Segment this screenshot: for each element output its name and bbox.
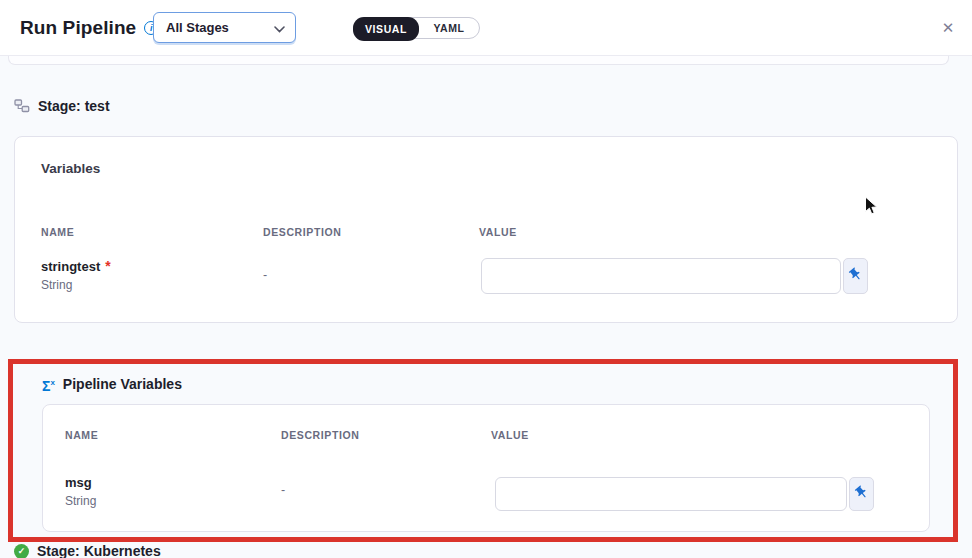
stage-kubernetes-title: Stage: Kubernetes — [37, 543, 161, 558]
page-title: Run Pipeline — [20, 17, 136, 39]
pin-toggle-button[interactable] — [843, 258, 868, 294]
stage-test-title: Stage: test — [38, 98, 110, 114]
column-header-name: NAME — [65, 429, 98, 441]
variable-name: stringtest — [41, 259, 100, 274]
pin-toggle-button[interactable] — [849, 477, 874, 511]
column-header-description: DESCRIPTION — [281, 429, 359, 441]
column-header-description: DESCRIPTION — [263, 226, 341, 238]
variable-type: String — [65, 494, 96, 508]
success-check-icon: ✓ — [14, 544, 29, 558]
stage-selector-dropdown[interactable]: All Stages — [153, 12, 296, 43]
pin-icon — [854, 485, 869, 504]
variables-card-title: Variables — [41, 161, 100, 176]
stage-test-header: Stage: test — [14, 98, 110, 114]
close-icon[interactable]: ✕ — [939, 19, 957, 37]
column-header-value: VALUE — [491, 429, 529, 441]
dialog-header: Run Pipeline i All Stages VISUAL YAML ✕ — [0, 0, 972, 56]
stringtest-value-input[interactable] — [481, 258, 841, 294]
column-header-name: NAME — [41, 226, 74, 238]
msg-value-input[interactable] — [495, 477, 847, 511]
stage-icon — [14, 98, 30, 114]
table-row: msg String — [65, 473, 96, 508]
pipeline-variables-card: NAME DESCRIPTION VALUE msg String - — [42, 404, 930, 532]
variable-type: String — [41, 278, 111, 292]
stage-kubernetes-header: ✓ Stage: Kubernetes — [14, 543, 161, 558]
stage-selector-value: All Stages — [166, 20, 229, 35]
tab-visual[interactable]: VISUAL — [353, 17, 419, 41]
pipeline-variables-title: Pipeline Variables — [63, 376, 182, 392]
variable-description: - — [263, 268, 267, 282]
variables-card: Variables NAME DESCRIPTION VALUE stringt… — [14, 136, 958, 323]
pin-icon — [848, 267, 863, 286]
visual-yaml-toggle: VISUAL YAML — [353, 17, 480, 39]
value-input-group — [495, 477, 874, 511]
sigma-variables-icon: Σx — [42, 376, 55, 393]
column-header-value: VALUE — [479, 226, 517, 238]
pipeline-variables-header: Σx Pipeline Variables — [42, 376, 182, 393]
variable-name: msg — [65, 475, 92, 490]
variable-description: - — [281, 483, 285, 497]
chevron-down-icon — [274, 19, 285, 37]
run-pipeline-dialog: Run Pipeline i All Stages VISUAL YAML ✕ … — [0, 0, 972, 558]
table-row: stringtest* String — [41, 257, 111, 292]
scrolled-card-edge — [8, 56, 949, 65]
value-input-group — [481, 258, 868, 294]
required-asterisk: * — [105, 258, 110, 274]
tab-yaml[interactable]: YAML — [419, 18, 479, 38]
